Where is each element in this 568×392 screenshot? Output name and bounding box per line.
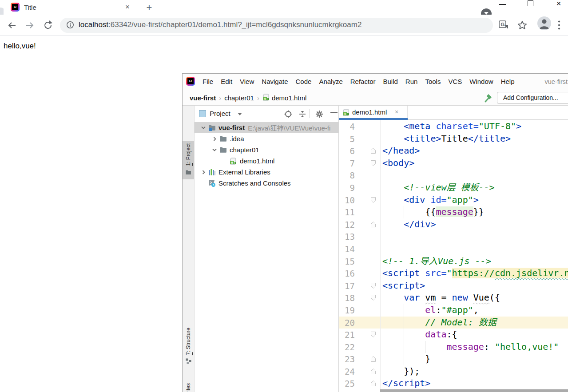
- window-close-button[interactable]: ×: [554, 0, 563, 9]
- add-configuration-button[interactable]: Add Configuration...: [497, 92, 568, 104]
- reload-icon[interactable]: [42, 19, 54, 32]
- code-text[interactable]: }: [380, 353, 568, 365]
- new-tab-button[interactable]: +: [144, 2, 155, 13]
- url-text[interactable]: localhost:63342/vue-first/chapter01/demo…: [79, 20, 487, 29]
- menu-window[interactable]: Window: [469, 78, 493, 85]
- chevron-down-icon[interactable]: [210, 148, 219, 151]
- code-line[interactable]: 18 var vm = new Vue({: [339, 292, 568, 304]
- code-line[interactable]: 7<body>: [339, 157, 568, 170]
- code-area[interactable]: 4 <meta charset="UTF-8">5 <title>Title</…: [339, 120, 568, 390]
- breadcrumb-root[interactable]: vue-first: [190, 94, 216, 102]
- tree-item-vue-first[interactable]: vue-firstE:\java\狂神\VUE\Vue\vue-fi: [195, 122, 338, 133]
- page-info-icon[interactable]: [66, 21, 74, 29]
- fold-marker-down-icon[interactable]: [370, 160, 376, 168]
- code-line[interactable]: 22 message: "hello,vue!": [339, 341, 568, 353]
- code-line[interactable]: 10 <div id="app">: [339, 194, 568, 206]
- tree-item--idea[interactable]: .idea: [195, 133, 338, 144]
- code-line[interactable]: 8: [339, 169, 568, 182]
- menu-view[interactable]: View: [240, 78, 254, 85]
- chevron-down-icon[interactable]: [238, 113, 242, 115]
- code-line[interactable]: 17<script>: [339, 280, 568, 292]
- code-text[interactable]: });: [380, 365, 568, 378]
- code-text[interactable]: [380, 169, 568, 182]
- profile-avatar[interactable]: [537, 16, 551, 30]
- code-text[interactable]: </head>: [380, 145, 568, 157]
- minimize-button[interactable]: [499, 0, 506, 9]
- code-text[interactable]: <meta charset="UTF-8">: [380, 120, 568, 133]
- code-line[interactable]: 24 });: [339, 365, 568, 378]
- code-line[interactable]: 4 <meta charset="UTF-8">: [339, 120, 568, 133]
- menu-edit[interactable]: Edit: [221, 78, 232, 85]
- code-line[interactable]: 9 <!--view层 模板-->: [339, 182, 568, 194]
- code-line[interactable]: 19 el:"#app",: [339, 304, 568, 317]
- tree-item-scratches-and-consoles[interactable]: Scratches and Consoles: [195, 178, 338, 189]
- fold-marker-up-icon[interactable]: [370, 147, 376, 156]
- back-icon[interactable]: [6, 19, 18, 32]
- fold-marker-up-icon[interactable]: [370, 356, 376, 364]
- code-line[interactable]: 20 // Model: 数据: [339, 317, 568, 329]
- code-text[interactable]: <!--view层 模板-->: [380, 182, 568, 194]
- code-text[interactable]: </div>: [380, 218, 568, 231]
- breadcrumb-folder[interactable]: chapter01: [224, 94, 254, 102]
- code-line[interactable]: 14: [339, 243, 568, 255]
- browser-menu-icon[interactable]: [558, 20, 560, 31]
- menu-file[interactable]: File: [203, 78, 213, 85]
- fold-marker-down-icon[interactable]: [370, 294, 376, 303]
- code-text[interactable]: <title>Title</title>: [380, 133, 568, 145]
- build-hammer-icon[interactable]: [484, 93, 493, 103]
- code-line[interactable]: 11 {{message}}: [339, 206, 568, 218]
- chevron-right-icon[interactable]: [210, 137, 219, 141]
- fold-marker-up-icon[interactable]: [370, 380, 376, 388]
- fold-marker-up-icon[interactable]: [370, 221, 376, 230]
- bookmark-star-icon[interactable]: [516, 20, 528, 31]
- forward-icon[interactable]: [24, 19, 36, 32]
- code-text[interactable]: el:"#app",: [380, 304, 568, 317]
- address-bar[interactable]: localhost:63342/vue-first/chapter01/demo…: [60, 18, 493, 33]
- code-text[interactable]: {{message}}: [380, 206, 568, 218]
- menu-refactor[interactable]: Refactor: [350, 78, 376, 85]
- fold-marker-up-icon[interactable]: [370, 368, 376, 376]
- code-text[interactable]: <script src="https://cdn.jsdelivr.ne: [380, 267, 568, 280]
- code-text[interactable]: [380, 230, 568, 243]
- menu-run[interactable]: Run: [405, 78, 418, 85]
- code-text[interactable]: <body>: [380, 157, 568, 170]
- code-line[interactable]: 23 }: [339, 353, 568, 365]
- menu-navigate[interactable]: Navigate: [262, 78, 288, 85]
- code-text[interactable]: [380, 243, 568, 255]
- code-line[interactable]: 16<script src="https://cdn.jsdelivr.ne: [339, 267, 568, 280]
- stripe-button-project[interactable]: 1: Project: [183, 141, 194, 179]
- locate-target-icon[interactable]: [284, 110, 292, 118]
- code-text[interactable]: var vm = new Vue({: [380, 292, 568, 304]
- code-line[interactable]: 25</script>: [339, 377, 568, 390]
- code-text[interactable]: <div id="app">: [380, 194, 568, 206]
- tree-item-demo1-html[interactable]: Hdemo1.html: [195, 155, 338, 166]
- code-line[interactable]: 5 <title>Title</title>: [339, 133, 568, 145]
- hide-panel-icon[interactable]: [330, 112, 338, 114]
- tab-close-icon[interactable]: ×: [123, 2, 132, 12]
- code-text[interactable]: </script>: [380, 377, 568, 390]
- code-line[interactable]: 15<!-- 1.导入Vue.js -->: [339, 255, 568, 268]
- editor[interactable]: H demo1.html × 4 <meta charset="UTF-8">5…: [339, 106, 568, 392]
- menu-analyze[interactable]: Analyze: [319, 78, 342, 85]
- gear-icon[interactable]: [315, 110, 323, 118]
- project-panel-title[interactable]: Project: [210, 110, 230, 117]
- chevron-down-icon[interactable]: [199, 126, 208, 129]
- code-line[interactable]: 12 </div>: [339, 218, 568, 231]
- browser-tab[interactable]: IJ Title ×: [4, 0, 137, 15]
- fold-marker-down-icon[interactable]: [370, 282, 376, 291]
- code-text[interactable]: <!-- 1.导入Vue.js -->: [380, 255, 568, 268]
- code-text[interactable]: data:{: [380, 329, 568, 341]
- maximize-button[interactable]: [528, 0, 533, 9]
- menu-help[interactable]: Help: [501, 78, 515, 85]
- tree-item-chapter01[interactable]: chapter01: [195, 144, 338, 155]
- chevron-right-icon[interactable]: [199, 170, 208, 174]
- code-text[interactable]: // Model: 数据: [380, 317, 568, 329]
- menu-vcs[interactable]: VCS: [448, 78, 462, 85]
- menu-build[interactable]: Build: [383, 78, 397, 85]
- code-text[interactable]: <script>: [380, 280, 568, 292]
- editor-tab-close-icon[interactable]: ×: [395, 108, 398, 115]
- code-line[interactable]: 13: [339, 230, 568, 243]
- stripe-button-favorites[interactable]: 2: Favorites: [183, 381, 194, 392]
- stripe-button-structure[interactable]: 7: Structure: [183, 325, 194, 368]
- fold-marker-down-icon[interactable]: [370, 197, 376, 205]
